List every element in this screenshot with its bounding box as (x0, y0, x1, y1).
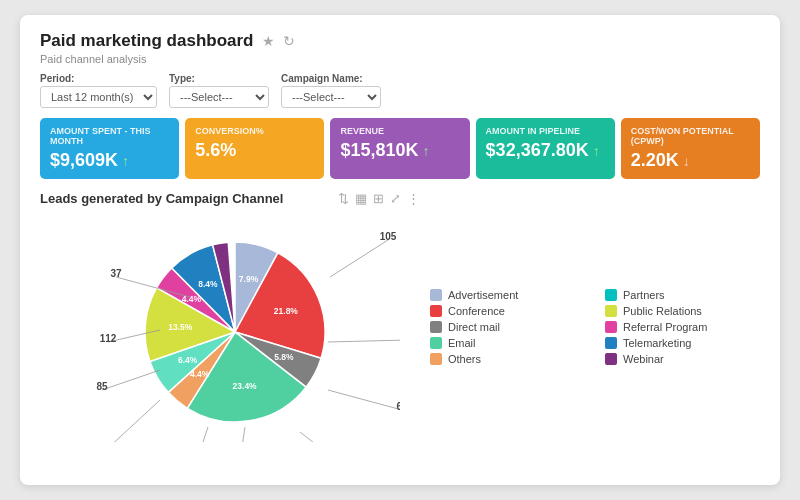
legend-dot-7 (605, 337, 617, 349)
legend-item-4: Direct mail (430, 321, 585, 333)
svg-line-8 (230, 427, 245, 442)
svg-text:4.4%: 4.4% (190, 369, 210, 379)
chart-title-row: Leads generated by Campaign Channel ⇅ ▦ … (40, 191, 420, 206)
refresh-icon[interactable]: ↻ (283, 33, 295, 49)
svg-text:8.4%: 8.4% (198, 279, 218, 289)
legend-label-3: Public Relations (623, 305, 702, 317)
chart-icons: ⇅ ▦ ⊞ ⤢ ⋮ (338, 191, 420, 206)
svg-line-0 (330, 240, 388, 277)
legend-item-6: Email (430, 337, 585, 349)
metric-card-2: Revenue $15,810K↑ (330, 118, 469, 179)
legend-dot-2 (430, 305, 442, 317)
metric-value-3: $32,367.80K↑ (486, 140, 605, 161)
filters-row: Period: Last 12 month(s) Type: ---Select… (40, 73, 760, 108)
svg-text:66: 66 (396, 401, 400, 412)
svg-text:21.8%: 21.8% (274, 306, 299, 316)
legend-label-0: Advertisement (448, 289, 518, 301)
metrics-row: Amount Spent - This Month $9,609K↑ Conve… (40, 118, 760, 179)
svg-line-10 (182, 427, 208, 442)
legend-dot-1 (605, 289, 617, 301)
svg-line-2 (328, 340, 400, 342)
svg-line-12 (106, 400, 160, 442)
period-filter: Period: Last 12 month(s) (40, 73, 157, 108)
svg-text:112: 112 (100, 333, 117, 344)
type-select[interactable]: ---Select--- (169, 86, 269, 108)
svg-text:85: 85 (96, 381, 108, 392)
legend-label-8: Others (448, 353, 481, 365)
svg-text:37: 37 (110, 268, 122, 279)
svg-text:7.9%: 7.9% (239, 274, 259, 284)
legend-item-9: Webinar (605, 353, 760, 365)
legend-label-4: Direct mail (448, 321, 500, 333)
metric-label-2: Revenue (340, 126, 459, 136)
svg-text:6.4%: 6.4% (178, 355, 198, 365)
subtitle: Paid channel analysis (40, 53, 760, 65)
legend-dot-4 (430, 321, 442, 333)
chart-legend: Advertisement Partners Conference Public… (430, 191, 760, 442)
legend-label-6: Email (448, 337, 476, 349)
pie-chart: 10529166312598520785112377.9%21.8%5.8%23… (60, 212, 400, 442)
svg-text:207: 207 (98, 441, 115, 442)
svg-text:5.8%: 5.8% (274, 352, 294, 362)
more-icon[interactable]: ⋮ (407, 191, 420, 206)
legend-dot-6 (430, 337, 442, 349)
legend-item-7: Telemarketing (605, 337, 760, 349)
legend-item-1: Partners (605, 289, 760, 301)
chart-section: Leads generated by Campaign Channel ⇅ ▦ … (40, 191, 760, 442)
svg-line-6 (300, 432, 392, 442)
metric-card-0: Amount Spent - This Month $9,609K↑ (40, 118, 179, 179)
bar-icon[interactable]: ▦ (355, 191, 367, 206)
legend-label-1: Partners (623, 289, 665, 301)
svg-text:105: 105 (380, 231, 397, 242)
campaign-select[interactable]: ---Select--- (281, 86, 381, 108)
metric-label-1: Conversion% (195, 126, 314, 136)
metric-card-4: Cost/Won Potential (CPWP) 2.20K↓ (621, 118, 760, 179)
period-label: Period: (40, 73, 157, 84)
sort-icon[interactable]: ⇅ (338, 191, 349, 206)
metric-value-1: 5.6% (195, 140, 314, 161)
legend-label-7: Telemarketing (623, 337, 691, 349)
svg-text:13.5%: 13.5% (168, 322, 193, 332)
legend-item-8: Others (430, 353, 585, 365)
expand-icon[interactable]: ⤢ (390, 191, 401, 206)
legend-item-3: Public Relations (605, 305, 760, 317)
legend-label-5: Referral Program (623, 321, 707, 333)
zoom-icon[interactable]: ⊞ (373, 191, 384, 206)
metric-value-4: 2.20K↓ (631, 150, 750, 171)
chart-left: Leads generated by Campaign Channel ⇅ ▦ … (40, 191, 420, 442)
svg-text:23.4%: 23.4% (233, 381, 258, 391)
metric-card-3: Amount in Pipeline $32,367.80K↑ (476, 118, 615, 179)
svg-line-4 (328, 390, 400, 410)
header-row: Paid marketing dashboard ★ ↻ (40, 31, 760, 51)
legend-dot-3 (605, 305, 617, 317)
metric-label-0: Amount Spent - This Month (50, 126, 169, 146)
svg-line-14 (102, 370, 160, 390)
metric-card-1: Conversion% 5.6% (185, 118, 324, 179)
legend-dot-5 (605, 321, 617, 333)
legend-item-5: Referral Program (605, 321, 760, 333)
metric-label-4: Cost/Won Potential (CPWP) (631, 126, 750, 146)
legend-dot-0 (430, 289, 442, 301)
svg-text:4.4%: 4.4% (182, 294, 202, 304)
star-icon[interactable]: ★ (262, 33, 275, 49)
dashboard-card: Paid marketing dashboard ★ ↻ Paid channe… (20, 15, 780, 485)
type-label: Type: (169, 73, 269, 84)
metric-label-3: Amount in Pipeline (486, 126, 605, 136)
metric-value-0: $9,609K↑ (50, 150, 169, 171)
campaign-filter: Campaign Name: ---Select--- (281, 73, 381, 108)
legend-label-2: Conference (448, 305, 505, 317)
legend-dot-9 (605, 353, 617, 365)
period-select[interactable]: Last 12 month(s) (40, 86, 157, 108)
campaign-label: Campaign Name: (281, 73, 381, 84)
legend-dot-8 (430, 353, 442, 365)
legend-item-0: Advertisement (430, 289, 585, 301)
legend-label-9: Webinar (623, 353, 664, 365)
page-title: Paid marketing dashboard (40, 31, 254, 51)
type-filter: Type: ---Select--- (169, 73, 269, 108)
metric-value-2: $15,810K↑ (340, 140, 459, 161)
chart-title: Leads generated by Campaign Channel (40, 191, 283, 206)
legend-item-2: Conference (430, 305, 585, 317)
